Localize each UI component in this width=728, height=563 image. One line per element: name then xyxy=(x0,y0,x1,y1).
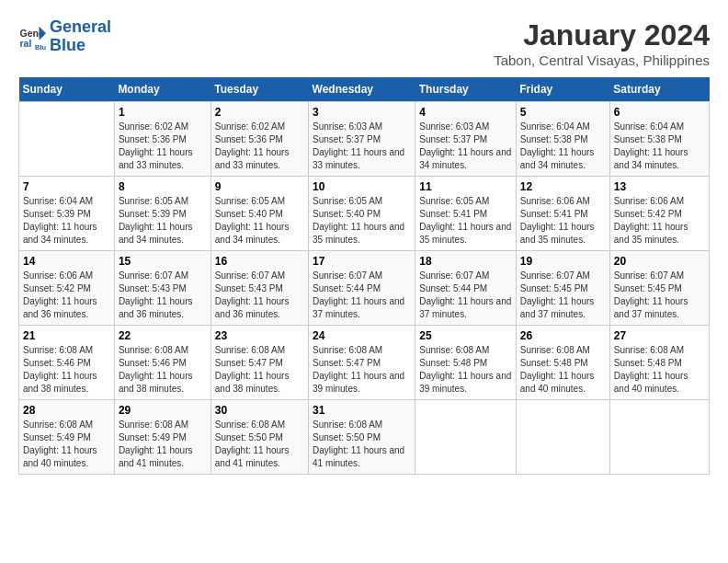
day-number: 5 xyxy=(520,106,606,119)
day-number: 28 xyxy=(23,404,110,417)
day-number: 19 xyxy=(520,255,606,268)
day-number: 11 xyxy=(419,180,512,193)
day-number: 7 xyxy=(23,180,110,193)
day-detail: Sunrise: 6:07 AMSunset: 5:43 PMDaylight:… xyxy=(215,270,304,321)
day-number: 8 xyxy=(119,180,207,193)
calendar-cell: 11Sunrise: 6:05 AMSunset: 5:41 PMDayligh… xyxy=(415,177,517,251)
calendar-cell: 18Sunrise: 6:07 AMSunset: 5:44 PMDayligh… xyxy=(415,251,517,326)
day-number: 10 xyxy=(313,180,411,193)
day-detail: Sunrise: 6:07 AMSunset: 5:45 PMDaylight:… xyxy=(520,270,606,321)
logo-text: General Blue xyxy=(50,18,111,55)
calendar-week-row: 21Sunrise: 6:08 AMSunset: 5:46 PMDayligh… xyxy=(19,326,710,400)
calendar-cell xyxy=(516,400,609,475)
day-detail: Sunrise: 6:08 AMSunset: 5:46 PMDaylight:… xyxy=(23,344,110,396)
calendar-cell: 2Sunrise: 6:02 AMSunset: 5:36 PMDaylight… xyxy=(210,102,308,177)
calendar-cell: 7Sunrise: 6:04 AMSunset: 5:39 PMDaylight… xyxy=(19,177,115,251)
day-detail: Sunrise: 6:02 AMSunset: 5:36 PMDaylight:… xyxy=(215,121,304,172)
calendar-cell: 31Sunrise: 6:08 AMSunset: 5:50 PMDayligh… xyxy=(309,400,415,475)
day-number: 2 xyxy=(215,106,304,119)
calendar-week-row: 7Sunrise: 6:04 AMSunset: 5:39 PMDaylight… xyxy=(19,177,710,251)
day-number: 23 xyxy=(215,329,304,342)
calendar-cell: 29Sunrise: 6:08 AMSunset: 5:49 PMDayligh… xyxy=(114,400,210,475)
day-number: 13 xyxy=(614,180,705,193)
day-number: 18 xyxy=(419,255,512,268)
calendar-cell: 5Sunrise: 6:04 AMSunset: 5:38 PMDaylight… xyxy=(516,102,609,177)
day-detail: Sunrise: 6:03 AMSunset: 5:37 PMDaylight:… xyxy=(419,121,512,172)
day-detail: Sunrise: 6:08 AMSunset: 5:49 PMDaylight:… xyxy=(23,419,110,470)
day-number: 30 xyxy=(215,404,304,417)
header-row: SundayMondayTuesdayWednesdayThursdayFrid… xyxy=(19,77,710,102)
calendar-week-row: 1Sunrise: 6:02 AMSunset: 5:36 PMDaylight… xyxy=(19,102,710,177)
calendar-cell: 6Sunrise: 6:04 AMSunset: 5:38 PMDaylight… xyxy=(609,102,709,177)
calendar-cell: 3Sunrise: 6:03 AMSunset: 5:37 PMDaylight… xyxy=(309,102,415,177)
day-detail: Sunrise: 6:05 AMSunset: 5:41 PMDaylight:… xyxy=(419,195,512,247)
day-detail: Sunrise: 6:06 AMSunset: 5:41 PMDaylight:… xyxy=(520,195,606,247)
day-detail: Sunrise: 6:07 AMSunset: 5:44 PMDaylight:… xyxy=(419,270,512,321)
calendar-cell: 24Sunrise: 6:08 AMSunset: 5:47 PMDayligh… xyxy=(309,326,415,400)
calendar-cell: 16Sunrise: 6:07 AMSunset: 5:43 PMDayligh… xyxy=(210,251,308,326)
calendar-cell: 23Sunrise: 6:08 AMSunset: 5:47 PMDayligh… xyxy=(210,326,308,400)
calendar-cell: 26Sunrise: 6:08 AMSunset: 5:48 PMDayligh… xyxy=(516,326,609,400)
calendar-cell: 30Sunrise: 6:08 AMSunset: 5:50 PMDayligh… xyxy=(210,400,308,475)
calendar-week-row: 14Sunrise: 6:06 AMSunset: 5:42 PMDayligh… xyxy=(19,251,710,326)
weekday-header: Friday xyxy=(516,77,609,102)
day-detail: Sunrise: 6:07 AMSunset: 5:45 PMDaylight:… xyxy=(614,270,705,321)
calendar-cell: 27Sunrise: 6:08 AMSunset: 5:48 PMDayligh… xyxy=(609,326,709,400)
calendar-cell: 1Sunrise: 6:02 AMSunset: 5:36 PMDaylight… xyxy=(114,102,210,177)
day-detail: Sunrise: 6:06 AMSunset: 5:42 PMDaylight:… xyxy=(614,195,705,247)
svg-text:ral: ral xyxy=(20,37,32,48)
calendar-cell: 17Sunrise: 6:07 AMSunset: 5:44 PMDayligh… xyxy=(309,251,415,326)
day-detail: Sunrise: 6:08 AMSunset: 5:47 PMDaylight:… xyxy=(215,344,304,396)
day-number: 3 xyxy=(313,106,411,119)
day-detail: Sunrise: 6:04 AMSunset: 5:39 PMDaylight:… xyxy=(23,195,110,247)
calendar-cell: 8Sunrise: 6:05 AMSunset: 5:39 PMDaylight… xyxy=(114,177,210,251)
weekday-header: Monday xyxy=(114,77,210,102)
calendar-cell: 10Sunrise: 6:05 AMSunset: 5:40 PMDayligh… xyxy=(309,177,415,251)
day-number: 21 xyxy=(23,329,110,342)
day-detail: Sunrise: 6:04 AMSunset: 5:38 PMDaylight:… xyxy=(520,121,606,172)
calendar-cell: 19Sunrise: 6:07 AMSunset: 5:45 PMDayligh… xyxy=(516,251,609,326)
day-detail: Sunrise: 6:05 AMSunset: 5:39 PMDaylight:… xyxy=(119,195,207,247)
calendar-cell: 21Sunrise: 6:08 AMSunset: 5:46 PMDayligh… xyxy=(19,326,115,400)
day-number: 25 xyxy=(419,329,512,342)
weekday-header: Wednesday xyxy=(309,77,415,102)
title-area: January 2024 Tabon, Central Visayas, Phi… xyxy=(494,18,710,68)
calendar-cell: 20Sunrise: 6:07 AMSunset: 5:45 PMDayligh… xyxy=(609,251,709,326)
day-number: 20 xyxy=(614,255,705,268)
day-number: 17 xyxy=(313,255,411,268)
day-number: 24 xyxy=(313,329,411,342)
calendar-cell xyxy=(609,400,709,475)
day-number: 1 xyxy=(119,106,207,119)
day-detail: Sunrise: 6:08 AMSunset: 5:48 PMDaylight:… xyxy=(419,344,512,396)
day-number: 22 xyxy=(119,329,207,342)
calendar-cell: 22Sunrise: 6:08 AMSunset: 5:46 PMDayligh… xyxy=(114,326,210,400)
day-detail: Sunrise: 6:08 AMSunset: 5:46 PMDaylight:… xyxy=(119,344,207,396)
day-number: 15 xyxy=(119,255,207,268)
day-number: 16 xyxy=(215,255,304,268)
day-detail: Sunrise: 6:08 AMSunset: 5:47 PMDaylight:… xyxy=(313,344,411,396)
calendar-cell: 4Sunrise: 6:03 AMSunset: 5:37 PMDaylight… xyxy=(415,102,517,177)
day-detail: Sunrise: 6:05 AMSunset: 5:40 PMDaylight:… xyxy=(215,195,304,247)
day-detail: Sunrise: 6:05 AMSunset: 5:40 PMDaylight:… xyxy=(313,195,411,247)
header: Gene ral Blue General Blue January 2024 … xyxy=(18,18,710,68)
day-number: 31 xyxy=(313,404,411,417)
calendar-cell: 14Sunrise: 6:06 AMSunset: 5:42 PMDayligh… xyxy=(19,251,115,326)
day-detail: Sunrise: 6:08 AMSunset: 5:50 PMDaylight:… xyxy=(215,419,304,470)
day-number: 9 xyxy=(215,180,304,193)
day-detail: Sunrise: 6:02 AMSunset: 5:36 PMDaylight:… xyxy=(119,121,207,172)
day-number: 26 xyxy=(520,329,606,342)
calendar-cell: 12Sunrise: 6:06 AMSunset: 5:41 PMDayligh… xyxy=(516,177,609,251)
day-detail: Sunrise: 6:04 AMSunset: 5:38 PMDaylight:… xyxy=(614,121,705,172)
day-detail: Sunrise: 6:07 AMSunset: 5:43 PMDaylight:… xyxy=(119,270,207,321)
svg-text:Blue: Blue xyxy=(35,42,46,51)
logo: Gene ral Blue General Blue xyxy=(18,18,111,55)
day-number: 14 xyxy=(23,255,110,268)
logo-general: General xyxy=(50,17,111,36)
day-detail: Sunrise: 6:06 AMSunset: 5:42 PMDaylight:… xyxy=(23,270,110,321)
calendar-cell xyxy=(415,400,517,475)
weekday-header: Saturday xyxy=(609,77,709,102)
day-detail: Sunrise: 6:08 AMSunset: 5:48 PMDaylight:… xyxy=(614,344,705,396)
day-number: 6 xyxy=(614,106,705,119)
calendar-cell: 9Sunrise: 6:05 AMSunset: 5:40 PMDaylight… xyxy=(210,177,308,251)
day-number: 4 xyxy=(419,106,512,119)
